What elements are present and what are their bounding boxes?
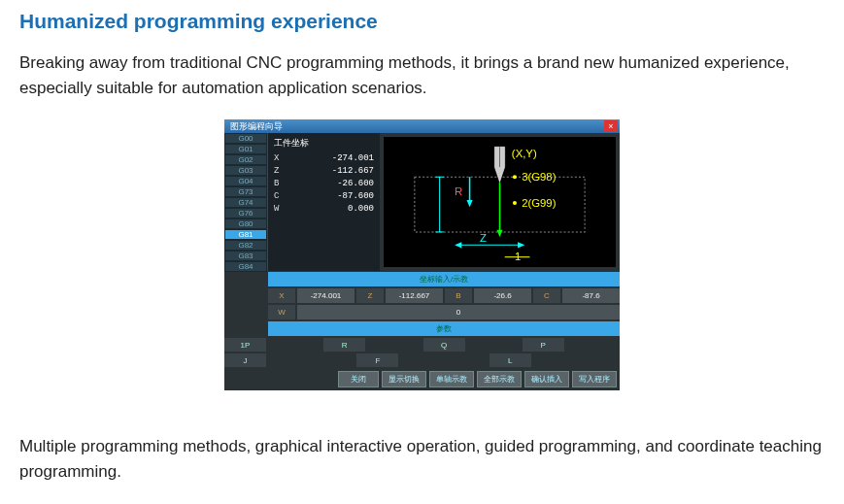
gcode-button[interactable]: G84: [224, 261, 267, 272]
param-input[interactable]: [268, 338, 321, 352]
section-heading: Humanized programming experience: [19, 10, 825, 33]
params-band: 参数: [268, 321, 620, 336]
action-button[interactable]: 全部示教: [477, 371, 522, 387]
gcode-button[interactable]: G00: [224, 133, 267, 144]
param-label: P: [523, 338, 564, 352]
action-button[interactable]: 写入程序: [572, 371, 617, 387]
svg-point-10: [513, 201, 517, 205]
gcode-list: G00G01G02G03G04G73G74G76G80G81G82G83G84: [224, 133, 268, 271]
coord-row: C-87.600: [274, 190, 374, 203]
gcode-button[interactable]: G02: [224, 154, 267, 165]
param-label: R: [323, 338, 365, 352]
param-input[interactable]: [367, 338, 421, 352]
svg-text:R: R: [455, 185, 462, 197]
window-title-bar: 图形编程向导 ×: [224, 119, 620, 133]
axis-label: W: [268, 305, 295, 319]
axis-label: B: [445, 288, 472, 303]
tool-diagram: (X,Y) R 3(G98) 2(G99) Z: [384, 137, 616, 267]
axis-input[interactable]: -87.6: [562, 288, 620, 303]
action-button[interactable]: 关闭: [338, 371, 379, 387]
axis-input[interactable]: -26.6: [474, 288, 531, 303]
action-button[interactable]: 单轴示教: [429, 371, 474, 387]
svg-marker-4: [496, 230, 502, 237]
svg-point-8: [513, 175, 517, 179]
svg-marker-18: [518, 242, 524, 248]
gcode-button[interactable]: G73: [224, 186, 267, 197]
coord-row: B-26.600: [274, 178, 374, 190]
close-icon[interactable]: ×: [604, 120, 618, 132]
axis-input[interactable]: 0: [297, 305, 620, 319]
coord-header: 工件坐标: [274, 137, 374, 150]
axis-label: C: [533, 288, 560, 303]
gcode-button[interactable]: G03: [224, 165, 267, 176]
axis-label: Z: [356, 288, 384, 303]
coord-row: X-274.001: [274, 152, 374, 165]
svg-text:Z: Z: [480, 232, 487, 244]
cnc-screenshot: 图形编程向导 × G00G01G02G03G04G73G74G76G80G81G…: [19, 119, 825, 390]
coord-input-band: 坐标输入/示教: [268, 272, 620, 286]
action-button[interactable]: 显示切换: [382, 371, 426, 387]
axis-input[interactable]: -274.001: [297, 288, 354, 303]
param-input[interactable]: [467, 338, 521, 352]
intro-text: Breaking away from traditional CNC progr…: [19, 50, 825, 100]
gcode-button[interactable]: G01: [224, 144, 267, 154]
coord-row: Z-112.667: [274, 165, 374, 178]
param-input[interactable]: [268, 353, 354, 367]
gcode-button[interactable]: G74: [224, 197, 267, 208]
gcode-button[interactable]: G76: [224, 208, 267, 218]
svg-text:1: 1: [515, 251, 521, 262]
outro-text: Multiple programming methods, graphical …: [19, 434, 825, 484]
gcode-button[interactable]: G04: [224, 176, 267, 186]
coord-panel: 工件坐标 X-274.001Z-112.667B-26.600C-87.600W…: [268, 133, 380, 271]
gcode-button[interactable]: G81: [224, 229, 267, 240]
param-label: L: [490, 353, 531, 367]
svg-marker-17: [455, 242, 461, 248]
svg-text:2(G99): 2(G99): [522, 197, 556, 209]
gcode-button[interactable]: G82: [224, 240, 267, 251]
param-input[interactable]: [566, 338, 620, 352]
coord-row: W0.000: [274, 203, 374, 216]
axis-input[interactable]: -112.667: [386, 288, 443, 303]
param-label: 1P: [224, 338, 266, 352]
svg-text:3(G98): 3(G98): [522, 171, 556, 183]
gcode-button[interactable]: G83: [224, 251, 267, 261]
gcode-button[interactable]: G80: [224, 218, 267, 229]
action-button[interactable]: 确认插入: [524, 371, 569, 387]
action-bar: 关闭显示切换单轴示教全部示教确认插入写入程序: [224, 368, 620, 390]
axis-label: X: [268, 288, 295, 303]
param-label: J: [224, 353, 266, 367]
param-input[interactable]: [400, 353, 487, 367]
param-label: Q: [423, 338, 465, 352]
svg-text:(X,Y): (X,Y): [512, 148, 537, 159]
window-title: 图形编程向导: [230, 120, 283, 133]
param-input[interactable]: [533, 353, 620, 367]
svg-marker-6: [466, 200, 472, 207]
param-label: F: [356, 353, 398, 367]
